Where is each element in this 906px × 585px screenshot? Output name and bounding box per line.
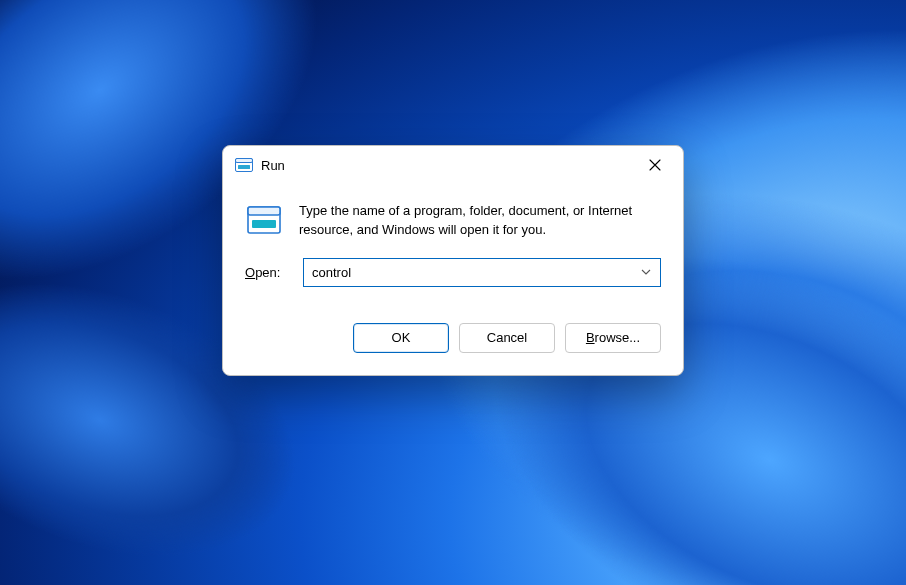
- hint-text: Type the name of a program, folder, docu…: [299, 202, 659, 240]
- open-input[interactable]: [303, 258, 661, 287]
- dropdown-button[interactable]: [637, 258, 655, 287]
- svg-rect-4: [248, 207, 280, 215]
- desktop-wallpaper: Run Type the name of a program, folder, …: [0, 0, 906, 585]
- ok-button[interactable]: OK: [353, 323, 449, 353]
- run-dialog: Run Type the name of a program, folder, …: [222, 145, 684, 376]
- cancel-button[interactable]: Cancel: [459, 323, 555, 353]
- open-label: Open:: [245, 265, 289, 280]
- svg-rect-2: [238, 165, 250, 169]
- svg-rect-5: [252, 220, 276, 228]
- button-row: OK Cancel Browse...: [223, 295, 683, 375]
- browse-button[interactable]: Browse...: [565, 323, 661, 353]
- svg-rect-1: [236, 159, 253, 163]
- run-icon: [235, 158, 253, 172]
- close-icon: [649, 159, 661, 171]
- open-combobox[interactable]: [303, 258, 661, 287]
- close-button[interactable]: [633, 150, 677, 180]
- run-large-icon: [247, 206, 281, 234]
- dialog-title: Run: [261, 158, 285, 173]
- titlebar[interactable]: Run: [223, 146, 683, 184]
- chevron-down-icon: [641, 269, 651, 275]
